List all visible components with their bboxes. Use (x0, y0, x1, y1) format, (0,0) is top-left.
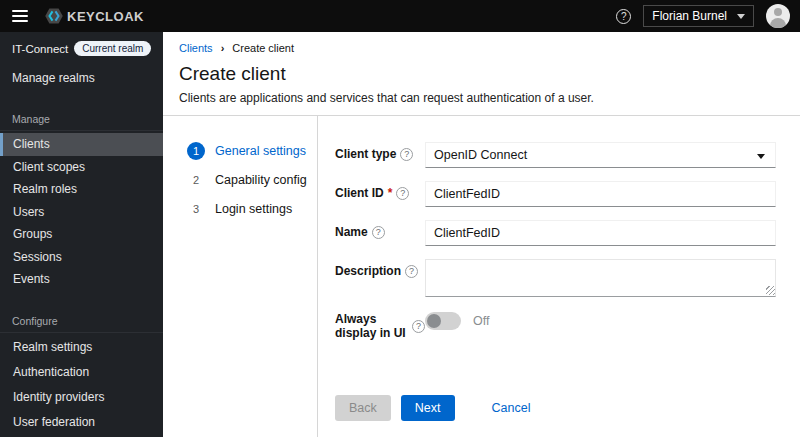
sidebar-item-events[interactable]: Events (0, 268, 163, 291)
client-type-label: Client type ? (335, 142, 425, 161)
description-label: Description ? (335, 259, 425, 278)
sidebar-item-realm-roles[interactable]: Realm roles (0, 178, 163, 201)
client-id-label: Client ID * ? (335, 181, 425, 200)
always-display-label: Always display in UI ? (335, 310, 425, 340)
sidebar-item-manage-realms[interactable]: Manage realms (0, 62, 163, 93)
sidebar-nav: IT-Connect Current realm Manage realms M… (0, 32, 163, 437)
top-bar: KEYCLOAK ? Florian Burnel (0, 0, 800, 32)
sidebar-item-client-scopes[interactable]: Client scopes (0, 156, 163, 179)
wizard-footer: Back Next Cancel (335, 385, 776, 437)
cancel-link[interactable]: Cancel (492, 401, 531, 415)
chevron-down-icon (757, 154, 765, 159)
help-icon[interactable]: ? (412, 320, 425, 333)
sidebar-item-authentication[interactable]: Authentication (0, 360, 163, 385)
sidebar-section-manage: Manage (0, 103, 163, 131)
step-number-badge: 1 (187, 142, 205, 160)
wizard-step-capability-config[interactable]: 2 Capability config (187, 171, 317, 189)
sidebar-item-sessions[interactable]: Sessions (0, 246, 163, 269)
wizard-steps-nav: 1 General settings 2 Capability config 3… (163, 116, 318, 437)
page-title: Create client (179, 63, 784, 86)
always-display-row: Always display in UI ? Off (335, 310, 776, 340)
client-id-input[interactable] (425, 181, 776, 207)
help-icon[interactable]: ? (372, 226, 385, 239)
step-number-badge: 2 (187, 171, 205, 189)
always-display-toggle[interactable] (425, 312, 461, 330)
user-menu[interactable]: Florian Burnel (643, 5, 754, 27)
realm-selector[interactable]: IT-Connect Current realm (0, 32, 163, 62)
chevron-down-icon (737, 14, 745, 19)
resize-handle[interactable] (766, 286, 775, 295)
help-icon[interactable]: ? (400, 148, 413, 161)
keycloak-admin-console: KEYCLOAK ? Florian Burnel IT-Connect Cur… (0, 0, 800, 437)
current-realm-badge: Current realm (74, 41, 151, 56)
brand-logo: KEYCLOAK (44, 6, 144, 26)
user-name: Florian Burnel (652, 9, 727, 23)
next-button[interactable]: Next (401, 395, 455, 421)
realm-name: IT-Connect (12, 43, 68, 55)
page-subtitle: Clients are applications and services th… (179, 91, 784, 105)
wizard-step-general-settings[interactable]: 1 General settings (187, 142, 317, 160)
client-type-select[interactable]: OpenID Connect (425, 142, 776, 168)
general-settings-form: Client type ? OpenID Connect Client ID * (318, 116, 800, 437)
sidebar-section-configure: Configure (0, 305, 163, 333)
required-asterisk: * (388, 186, 393, 200)
help-icon[interactable]: ? (396, 187, 409, 200)
page-header: Clients › Create client Create client Cl… (163, 32, 800, 116)
sidebar-item-clients[interactable]: Clients (0, 133, 163, 156)
sidebar-item-user-federation[interactable]: User federation (0, 410, 163, 435)
help-icon[interactable]: ? (405, 265, 418, 278)
breadcrumb-clients-link[interactable]: Clients (179, 42, 213, 54)
avatar[interactable] (766, 4, 790, 28)
client-type-row: Client type ? OpenID Connect (335, 142, 776, 168)
brand-text: KEYCLOAK (67, 9, 144, 24)
breadcrumb: Clients › Create client (179, 42, 784, 54)
keycloak-logo-icon (44, 6, 64, 26)
sidebar-item-realm-settings[interactable]: Realm settings (0, 335, 163, 360)
name-label: Name ? (335, 220, 425, 239)
wizard-step-login-settings[interactable]: 3 Login settings (187, 200, 317, 218)
client-type-selected-value: OpenID Connect (434, 148, 527, 162)
step-number-badge: 3 (187, 200, 205, 218)
sidebar-item-identity-providers[interactable]: Identity providers (0, 385, 163, 410)
description-row: Description ? (335, 259, 776, 297)
breadcrumb-separator-icon: › (221, 42, 225, 54)
help-icon[interactable]: ? (616, 9, 631, 24)
sidebar-item-groups[interactable]: Groups (0, 223, 163, 246)
sidebar-item-users[interactable]: Users (0, 201, 163, 224)
client-id-row: Client ID * ? (335, 181, 776, 207)
back-button[interactable]: Back (335, 395, 391, 421)
hamburger-menu-icon[interactable] (12, 10, 28, 22)
toggle-state-label: Off (473, 314, 489, 328)
description-textarea[interactable] (425, 259, 776, 297)
name-input[interactable] (425, 220, 776, 246)
breadcrumb-current: Create client (232, 42, 294, 54)
name-row: Name ? (335, 220, 776, 246)
